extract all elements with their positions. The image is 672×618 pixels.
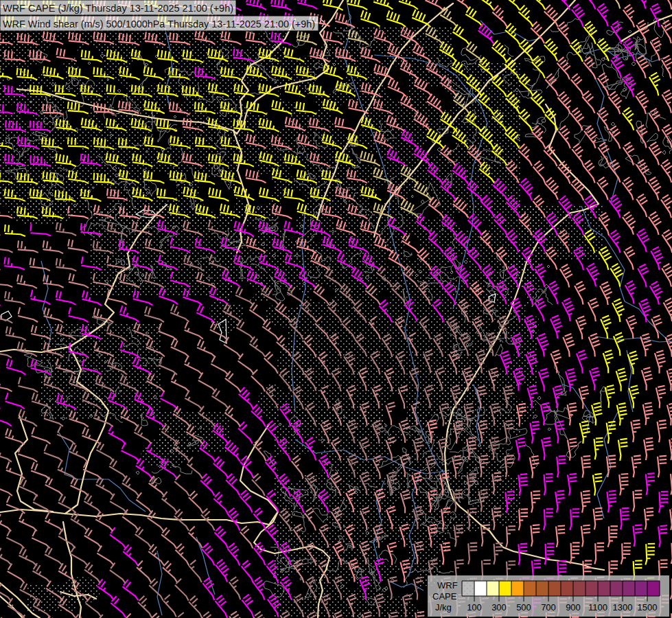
svg-text:1100: 1100 xyxy=(588,602,607,613)
svg-text:WRF CAPE (J/kg) Thursday 13-11: WRF CAPE (J/kg) Thursday 13-11-2025 21:0… xyxy=(3,2,233,14)
svg-text:J/kg: J/kg xyxy=(435,602,452,613)
svg-text:WRF Wind shear (m/s) 500/1000h: WRF Wind shear (m/s) 500/1000hPa Thursda… xyxy=(3,18,315,30)
svg-text:WRF: WRF xyxy=(437,580,458,591)
svg-text:500: 500 xyxy=(516,602,531,613)
svg-text:100: 100 xyxy=(467,602,482,613)
svg-text:1500: 1500 xyxy=(638,602,658,613)
svg-text:700: 700 xyxy=(541,602,556,613)
svg-text:1300: 1300 xyxy=(613,602,633,613)
svg-text:CAPE: CAPE xyxy=(432,591,457,602)
svg-text:300: 300 xyxy=(491,602,507,613)
svg-text:900: 900 xyxy=(566,602,581,613)
